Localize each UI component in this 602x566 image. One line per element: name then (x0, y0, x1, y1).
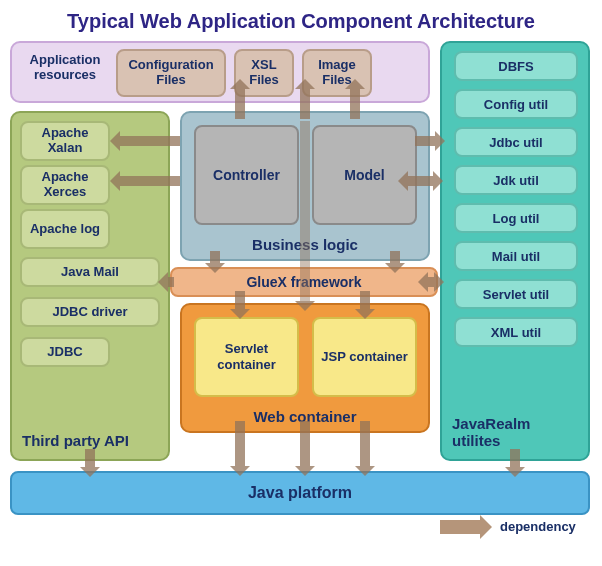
arrow-model-to-image (350, 89, 360, 119)
box-jdk-util: Jdk util (454, 165, 578, 195)
legend-dependency: dependency (440, 519, 576, 534)
arrow-third-to-platform (85, 449, 95, 467)
box-apache-xalan: Apache Xalan (20, 121, 110, 161)
arrow-gluex-to-servlet (235, 291, 245, 309)
box-dbfs: DBFS (454, 51, 578, 81)
box-jdbc-util: Jdbc util (454, 127, 578, 157)
arrow-jsp-to-platform (360, 421, 370, 466)
arrow-model-to-jdk-util (408, 176, 433, 186)
arrow-controller-to-config (235, 89, 245, 119)
arrow-controller-to-xerces (120, 176, 180, 186)
arrow-icon (440, 520, 480, 534)
arrow-servlet-to-platform (235, 421, 245, 466)
group-javarealm-utilities: DBFS Config util Jdbc util Jdk util Log … (440, 41, 590, 461)
arrow-biz-to-gluex-left (210, 251, 220, 263)
arrow-util-to-platform (510, 449, 520, 467)
box-log-util: Log util (454, 203, 578, 233)
box-xml-util: XML util (454, 317, 578, 347)
box-jsp-container: JSP container (312, 317, 417, 397)
arrow-model-to-xsl (300, 89, 310, 119)
box-apache-log: Apache log (20, 209, 110, 249)
arrow-model-to-jdbc-util (415, 136, 435, 146)
box-jdbc-driver: JDBC driver (20, 297, 160, 327)
label-javarealm-utilities: JavaRealm utilites (452, 415, 582, 449)
box-mail-util: Mail util (454, 241, 578, 271)
box-jdbc: JDBC (20, 337, 110, 367)
box-controller: Controller (194, 125, 299, 225)
diagram-canvas: Application resources Configuration File… (10, 41, 592, 533)
arrow-web-to-platform (300, 421, 310, 466)
box-image-files: Image Files (302, 49, 372, 97)
arrow-controller-to-xalan (120, 136, 180, 146)
box-java-mail: Java Mail (20, 257, 160, 287)
box-servlet-util: Servlet util (454, 279, 578, 309)
arrow-gluex-to-jsp (360, 291, 370, 309)
label-application-resources: Application resources (18, 53, 112, 83)
group-web-container: Servlet container JSP container Web cont… (180, 303, 430, 433)
diagram-title: Typical Web Application Component Archit… (0, 0, 602, 41)
box-configuration-files: Configuration Files (116, 49, 226, 97)
legend-label: dependency (500, 519, 576, 534)
box-apache-xerces: Apache Xerces (20, 165, 110, 205)
arrow-biz-to-gluex-right (390, 251, 400, 263)
group-third-party-api: Apache Xalan Apache Xerces Apache log Ja… (10, 111, 170, 461)
box-servlet-container: Servlet container (194, 317, 299, 397)
arrow-gluex-to-third (168, 277, 174, 287)
arrow-gluex-to-util (428, 277, 434, 287)
label-third-party-api: Third party API (22, 432, 162, 449)
box-config-util: Config util (454, 89, 578, 119)
arrow-mid-vertical-overlay (300, 121, 310, 301)
group-application-resources: Application resources Configuration File… (10, 41, 430, 103)
box-java-platform: Java platform (10, 471, 590, 515)
